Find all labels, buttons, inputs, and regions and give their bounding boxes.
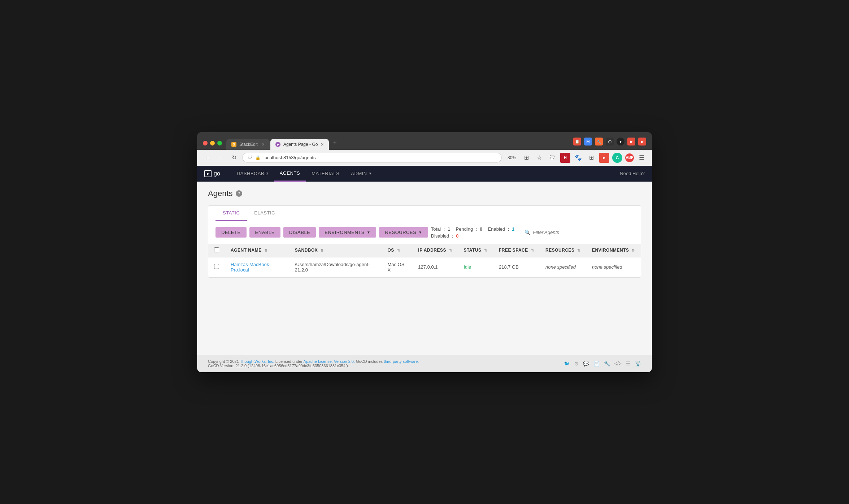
star-icon[interactable]: ☆: [534, 153, 544, 163]
titlebar-icon-github-solid: ●: [617, 138, 624, 145]
total-label: Total: [431, 226, 441, 232]
sort-resources-icon[interactable]: ⇅: [577, 248, 580, 252]
nav-dashboard[interactable]: DASHBOARD: [231, 166, 274, 182]
logo-text: go: [214, 170, 220, 177]
third-party-link[interactable]: third-party software.: [384, 359, 419, 364]
traffic-lights: [203, 141, 222, 145]
tab-elastic[interactable]: ELASTIC: [247, 206, 282, 221]
footer-chat-icon[interactable]: 💬: [583, 361, 589, 366]
page-help-icon[interactable]: ?: [236, 190, 242, 197]
agent-name-link[interactable]: Hamzas-MacBook-Pro.local: [231, 262, 271, 273]
filter-search-icon: 🔍: [524, 230, 531, 235]
minimize-button[interactable]: [210, 141, 215, 145]
nav-bar: ← → ↻ 🛡 🔒 localhost:8153/go/agents 80% ⊞…: [197, 150, 652, 166]
tab-static[interactable]: STATIC: [215, 206, 247, 221]
footer-wrench-icon[interactable]: 🔧: [604, 361, 610, 366]
agent-name-cell: Hamzas-MacBook-Pro.local: [225, 257, 289, 277]
new-tab-button[interactable]: +: [330, 136, 341, 150]
footer-icons: 🐦 ⊙ 💬 📄 🔧 </> ☰ 📡: [564, 361, 641, 366]
agents-toolbar: DELETE ENABLE DISABLE ENVIRONMENTS ▼ RES…: [208, 221, 641, 244]
titlebar-icon-3: 🔧: [595, 138, 603, 145]
nav-admin[interactable]: ADMIN ▼: [345, 166, 378, 182]
page-title: Agents: [208, 189, 233, 198]
stackedit-icon: S: [231, 142, 236, 147]
free-space-cell: 218.7 GB: [493, 257, 540, 277]
col-os: OS ⇅: [382, 244, 412, 257]
address-text[interactable]: localhost:8153/go/agents: [264, 155, 496, 160]
sort-status-icon[interactable]: ⇅: [484, 248, 487, 252]
table-body: Hamzas-MacBook-Pro.local /Users/hamza/Do…: [208, 257, 641, 277]
tab-agents[interactable]: ▶ Agents Page - Go ×: [270, 139, 329, 150]
pending-label: Pending: [456, 226, 473, 232]
footer-twitter-icon[interactable]: 🐦: [564, 361, 570, 366]
grid-icon[interactable]: ⊞: [521, 153, 531, 163]
titlebar-icon-play2: ▶: [638, 138, 646, 145]
select-all-checkbox[interactable]: [214, 247, 219, 252]
refresh-button[interactable]: ↻: [230, 153, 239, 162]
app-nav-items: DASHBOARD AGENTS MATERIALS ADMIN ▼: [231, 166, 620, 182]
sort-agent-name-icon[interactable]: ⇅: [265, 248, 268, 252]
agents-table: AGENT NAME ⇅ SANDBOX ⇅ OS ⇅ IP ADDRESS: [208, 244, 641, 277]
hypothesis-icon[interactable]: H: [560, 153, 570, 163]
youtube-icon[interactable]: ▶: [599, 153, 609, 163]
apache-license-link[interactable]: Apache License, Version 2.0.: [304, 359, 355, 364]
delete-button[interactable]: DELETE: [215, 227, 247, 238]
forward-button[interactable]: →: [216, 153, 226, 162]
disable-button[interactable]: DISABLE: [283, 227, 316, 238]
titlebar-icon-1: 📋: [573, 138, 581, 145]
address-bar: 🛡 🔒 localhost:8153/go/agents: [242, 153, 502, 162]
environments-button[interactable]: ENVIRONMENTS ▼: [319, 227, 376, 238]
nav-materials[interactable]: MATERIALS: [306, 166, 345, 182]
sort-environments-icon[interactable]: ⇅: [632, 248, 635, 252]
os-cell: Mac OS X: [382, 257, 412, 277]
pocket-icon[interactable]: 🛡: [547, 153, 557, 163]
footer-rss-icon[interactable]: 📡: [635, 361, 641, 366]
enabled-label: Enabled: [488, 226, 505, 232]
footer-docs-icon[interactable]: 📄: [593, 361, 600, 366]
ip-cell: 127.0.0.1: [412, 257, 458, 277]
close-button[interactable]: [203, 141, 208, 145]
zoom-badge[interactable]: 80%: [505, 155, 518, 161]
filter-input[interactable]: [533, 230, 594, 235]
tab-stackedit-close[interactable]: ×: [262, 142, 265, 147]
grammarly-icon[interactable]: G: [612, 153, 622, 163]
nav-right-icons: 80% ⊞ ☆ 🛡 H 🐾 ⊞ ▶ G ABP ☰: [505, 153, 647, 163]
disabled-value: 0: [456, 233, 458, 239]
resources-button[interactable]: RESOURCES ▼: [379, 227, 428, 238]
footer-code-icon[interactable]: </>: [614, 361, 622, 366]
lock-icon: 🔒: [255, 155, 261, 160]
page-header: Agents ?: [208, 189, 641, 198]
admin-caret-icon: ▼: [369, 171, 372, 175]
apps-icon[interactable]: ⊞: [586, 153, 596, 163]
back-button[interactable]: ←: [202, 153, 212, 162]
paw-icon[interactable]: 🐾: [573, 153, 583, 163]
col-agent-name: AGENT NAME ⇅: [225, 244, 289, 257]
row-checkbox[interactable]: [214, 264, 219, 269]
shield-icon: 🛡: [248, 155, 252, 160]
logo-play-icon: [204, 170, 212, 177]
sort-sandbox-icon[interactable]: ⇅: [321, 248, 324, 252]
tab-stackedit[interactable]: S StackEdit ×: [226, 139, 270, 150]
thoughtworks-link[interactable]: ThoughtWorks, Inc.: [240, 359, 274, 364]
titlebar-icon-play1: ▶: [627, 138, 635, 145]
sort-os-icon[interactable]: ⇅: [397, 248, 400, 252]
status-badge: Idle: [463, 264, 471, 270]
enable-button[interactable]: ENABLE: [249, 227, 280, 238]
sort-free-space-icon[interactable]: ⇅: [531, 248, 534, 252]
sort-ip-icon[interactable]: ⇅: [449, 248, 452, 252]
footer-list-icon[interactable]: ☰: [626, 361, 631, 366]
col-ip: IP ADDRESS ⇅: [412, 244, 458, 257]
menu-icon[interactable]: ☰: [637, 153, 647, 163]
stat-line-top: Total : 1 Pending : 0 Enabled : 1: [431, 226, 515, 232]
tab-agents-close[interactable]: ×: [321, 142, 323, 147]
environments-cell: none specified: [586, 257, 641, 277]
tab-stackedit-label: StackEdit: [239, 142, 259, 147]
abp-icon[interactable]: ABP: [625, 153, 634, 162]
agent-tabs-row: STATIC ELASTIC: [208, 206, 641, 221]
sandbox-cell: /Users/hamza/Downloads/go-agent-21.2.0: [289, 257, 382, 277]
footer-text: Copyright © 2021 ThoughtWorks, Inc. Lice…: [208, 359, 419, 368]
nav-help[interactable]: Need Help?: [620, 171, 645, 176]
fullscreen-button[interactable]: [217, 141, 222, 145]
footer-github-icon[interactable]: ⊙: [574, 361, 579, 366]
nav-agents[interactable]: AGENTS: [274, 166, 306, 182]
